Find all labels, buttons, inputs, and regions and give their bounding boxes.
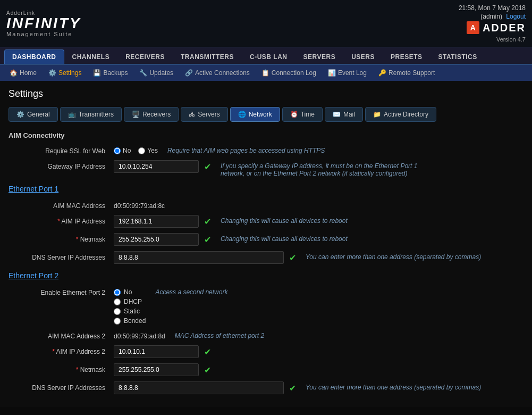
eth2-dns-label: DNS Server IP Addresses — [9, 381, 109, 392]
subnav-backups-label: Backups — [103, 69, 128, 77]
eth2-dns-input[interactable] — [114, 381, 284, 394]
eth1-dns-help: You can enter more than one address (sep… — [306, 251, 481, 261]
adder-text: ADDER — [483, 22, 526, 34]
tab-transmitters[interactable]: TRANSMITTERS — [173, 49, 242, 64]
version-label: Version 4.7 — [496, 36, 526, 43]
tab-users[interactable]: USERS — [343, 49, 383, 64]
tab-statistics[interactable]: STATISTICS — [430, 49, 485, 64]
gateway-ip-help: If you specify a Gateway IP address, it … — [221, 160, 423, 177]
eth2-dhcp-label: DHCP — [124, 298, 142, 305]
receivers-tab-icon: 🖥️ — [132, 111, 140, 118]
require-ssl-yes-radio[interactable] — [138, 147, 145, 154]
updates-icon: 🔧 — [139, 69, 147, 77]
eth2-bonded-radio[interactable] — [114, 318, 121, 325]
eth2-dhcp-radio[interactable] — [114, 298, 121, 305]
eth2-ip-required: * — [52, 348, 55, 355]
eth1-mac-row: AIM MAC Address d0:50:99:79:ad:8c — [9, 200, 523, 210]
require-ssl-no-label: No — [123, 147, 131, 154]
sub-nav: 🏠 Home ⚙️ Settings 💾 Backups 🔧 Updates 🔗… — [0, 65, 532, 81]
eth1-mac-value: d0:50:99:79:ad:8c — [114, 200, 165, 210]
home-icon: 🏠 — [10, 69, 18, 77]
eth2-enable-row: Enable Ethernet Port 2 No DHCP Static Bo… — [9, 286, 523, 325]
eth2-static-label: Static — [124, 308, 140, 315]
aim-connectivity-title: AIM Connectivity — [9, 131, 523, 139]
tab-channels[interactable]: CHANNELS — [64, 49, 118, 64]
remote-support-icon: 🔑 — [378, 69, 386, 77]
subnav-remote-support[interactable]: 🔑 Remote Support — [373, 67, 440, 79]
eth2-netmask-input[interactable] — [114, 363, 199, 376]
settings-tabs: ⚙️ General 📺 Transmitters 🖥️ Receivers 🖧… — [9, 107, 523, 122]
require-ssl-no-radio[interactable] — [114, 147, 121, 154]
tab-presets[interactable]: PRESETS — [383, 49, 430, 64]
tab-servers[interactable]: SERVERS — [295, 49, 344, 64]
transmitters-tab-label: Transmitters — [79, 111, 114, 118]
gateway-ip-row: Gateway IP Address ✔ If you specify a Ga… — [9, 160, 523, 177]
eth2-dns-help: You can enter more than one address (sep… — [306, 381, 481, 391]
eth1-ip-check-icon: ✔ — [204, 217, 211, 227]
servers-tab-icon: 🖧 — [189, 111, 195, 118]
require-ssl-yes-label: Yes — [147, 147, 158, 154]
brand-sub: Management Suite — [6, 31, 81, 37]
subnav-home[interactable]: 🏠 Home — [4, 67, 42, 79]
settings-tab-receivers[interactable]: 🖥️ Receivers — [124, 107, 179, 122]
settings-tab-general[interactable]: ⚙️ General — [9, 107, 58, 122]
receivers-tab-label: Receivers — [142, 111, 171, 118]
active-directory-tab-icon: 📁 — [373, 111, 381, 118]
eth2-netmask-required: * — [76, 366, 79, 374]
transmitters-tab-icon: 📺 — [68, 111, 76, 118]
require-ssl-no-option[interactable]: No — [114, 147, 131, 154]
eth2-netmask-label: * Netmask — [9, 363, 109, 374]
require-ssl-label: Require SSL for Web — [9, 145, 109, 155]
active-directory-tab-label: Active Directory — [384, 111, 428, 118]
settings-tab-transmitters[interactable]: 📺 Transmitters — [60, 107, 122, 122]
gateway-ip-check-icon: ✔ — [204, 162, 211, 172]
ethernet-port1-title[interactable]: Ethernet Port 1 — [9, 185, 523, 193]
subnav-settings[interactable]: ⚙️ Settings — [43, 67, 87, 79]
eth2-no-radio[interactable] — [114, 289, 121, 296]
settings-tab-servers[interactable]: 🖧 Servers — [181, 107, 227, 122]
tab-c-usb-lan[interactable]: C-USB LAN — [242, 49, 295, 64]
subnav-event-log[interactable]: 📊 Event Log — [323, 67, 372, 79]
require-ssl-yes-option[interactable]: Yes — [138, 147, 158, 154]
eth1-ip-input[interactable] — [114, 215, 199, 228]
eth2-mac-label: AIM MAC Address 2 — [9, 330, 109, 340]
page-title: Settings — [9, 88, 523, 99]
eth1-dns-input[interactable] — [114, 251, 284, 264]
tab-dashboard[interactable]: DASHBOARD — [4, 49, 64, 64]
adder-brand: A ADDER — [467, 21, 526, 34]
eth2-static-option[interactable]: Static — [114, 308, 146, 315]
logout-link[interactable]: Logout — [506, 13, 526, 20]
gateway-ip-label: Gateway IP Address — [9, 160, 109, 170]
time-tab-icon: ⏰ — [290, 111, 298, 118]
ethernet-port2-title[interactable]: Ethernet Port 2 — [9, 271, 523, 280]
settings-tab-mail[interactable]: ✉️ Mail — [325, 107, 363, 122]
eth1-netmask-input[interactable] — [114, 233, 199, 246]
subnav-active-connections-label: Active Connections — [195, 69, 250, 77]
network-tab-icon: 🌐 — [238, 111, 246, 118]
ethernet-port2-section: Ethernet Port 2 Enable Ethernet Port 2 N… — [9, 271, 523, 394]
settings-tab-active-directory[interactable]: 📁 Active Directory — [365, 107, 436, 122]
subnav-connection-log[interactable]: 📋 Connection Log — [256, 67, 322, 79]
backups-icon: 💾 — [93, 69, 101, 77]
eth2-bonded-option[interactable]: Bonded — [114, 317, 146, 325]
eth2-netmask-check-icon: ✔ — [204, 365, 211, 375]
subnav-active-connections[interactable]: 🔗 Active Connections — [180, 67, 255, 79]
eth2-dhcp-option[interactable]: DHCP — [114, 298, 146, 305]
settings-tab-network[interactable]: 🌐 Network — [230, 107, 280, 122]
time-tab-label: Time — [301, 111, 315, 118]
brand: AdderLink INFINITY Management Suite — [6, 10, 81, 37]
ethernet-port1-section: Ethernet Port 1 AIM MAC Address d0:50:99… — [9, 185, 523, 264]
eth2-ip-input[interactable] — [114, 345, 199, 358]
subnav-backups[interactable]: 💾 Backups — [88, 67, 133, 79]
tab-receivers[interactable]: RECEIVERS — [117, 49, 173, 64]
admin-label: (admin) — [480, 13, 502, 20]
eth1-ip-help: Changing this will cause all devices to … — [221, 215, 348, 225]
gateway-ip-input[interactable] — [114, 160, 199, 173]
eth1-ip-required: * — [57, 218, 60, 225]
eth2-static-radio[interactable] — [114, 308, 121, 315]
settings-tab-time[interactable]: ⏰ Time — [282, 107, 323, 122]
subnav-updates[interactable]: 🔧 Updates — [134, 67, 179, 79]
eth1-dns-row: DNS Server IP Addresses ✔ You can enter … — [9, 251, 523, 264]
eth2-mac-row: AIM MAC Address 2 d0:50:99:79:ad:8d MAC … — [9, 330, 523, 340]
eth2-no-option[interactable]: No — [114, 288, 146, 296]
